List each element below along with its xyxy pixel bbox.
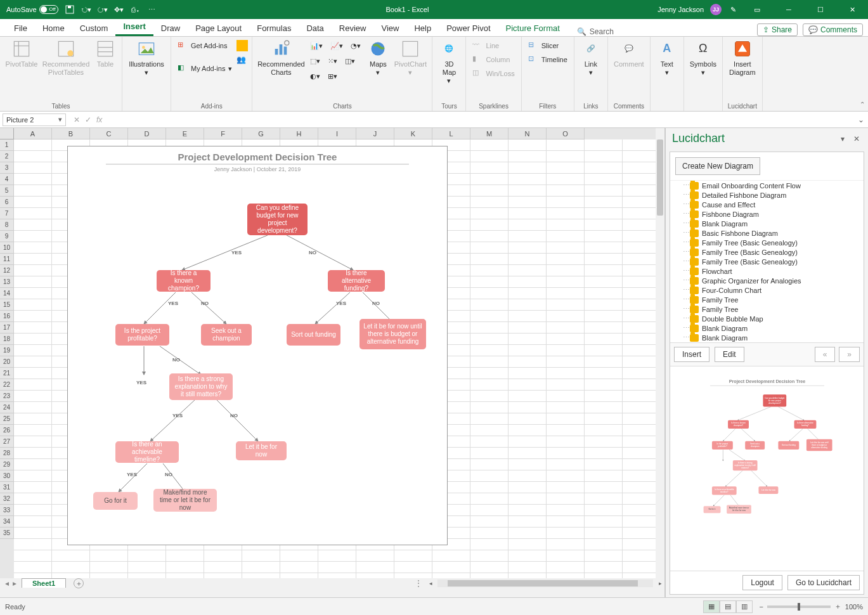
maps-icon	[369, 40, 387, 58]
group-tours-label: Tours	[441, 101, 457, 111]
tab-data[interactable]: Data	[299, 20, 331, 36]
stat-chart-icon[interactable]: ◐▾	[308, 69, 323, 83]
pivotchart-button[interactable]: PivotChart▾	[392, 39, 428, 78]
search[interactable]: 🔍 Search	[577, 27, 614, 36]
comment-button[interactable]: 💬Comment	[612, 39, 646, 70]
recpivot-icon	[57, 40, 75, 58]
people-icon[interactable]: 👥	[236, 55, 248, 67]
get-addins-button[interactable]: ⊞Get Add-ins	[175, 39, 235, 53]
tab-draw[interactable]: Draw	[153, 20, 188, 36]
formula-input[interactable]	[107, 113, 854, 126]
cancel-icon[interactable]: ✕	[74, 115, 80, 124]
tab-power-pivot[interactable]: Power Pivot	[439, 20, 498, 36]
tab-page-layout[interactable]: Page Layout	[188, 20, 249, 36]
sparkcol-icon: ▮	[472, 55, 483, 65]
comments-button[interactable]: 💬 Comments	[803, 23, 863, 36]
combo-chart-icon[interactable]: ◫▾	[342, 54, 358, 68]
pivot-icon	[13, 40, 30, 58]
undo-icon[interactable]: ▾	[81, 4, 91, 15]
tab-help[interactable]: Help	[406, 20, 439, 36]
svg-rect-2	[14, 41, 29, 56]
spark-wl-button[interactable]: ◫Win/Loss	[470, 67, 517, 81]
timeline-icon: ⊡	[528, 55, 538, 65]
svg-rect-13	[280, 44, 283, 55]
ribbon-mode-icon[interactable]: ▭	[744, 0, 770, 19]
tab-file[interactable]: File	[6, 20, 35, 36]
surf-chart-icon[interactable]: ⊞▾	[325, 69, 340, 83]
3dmap-button[interactable]: 🌐3D Map▾	[436, 39, 462, 87]
qat-more-icon[interactable]: ⋯	[147, 4, 157, 15]
hier-chart-icon[interactable]: ⬚▾	[308, 54, 323, 68]
svg-rect-12	[275, 49, 278, 55]
sparkwl-icon: ◫	[472, 68, 483, 79]
maximize-icon[interactable]: ☐	[808, 0, 833, 19]
autosave-toggle[interactable]: AutoSave Off	[6, 5, 58, 14]
minimize-icon[interactable]: ─	[776, 0, 801, 19]
group-charts-label: Charts	[333, 101, 351, 111]
rec-charts-button[interactable]: Recommended Charts	[256, 39, 306, 78]
share-button[interactable]: ⇪ Share	[757, 23, 798, 36]
tab-home[interactable]: Home	[35, 20, 72, 36]
timeline-button[interactable]: ⊡Timeline	[526, 53, 570, 67]
qat-icon[interactable]: ⎙▾	[131, 4, 141, 15]
tab-picture-format[interactable]: Picture Format	[498, 20, 567, 36]
titlebar: AutoSave Off ▾ ▾ ✥▾ ⎙▾ ⋯ Book1 - Excel J…	[0, 0, 868, 19]
insert-diagram-button[interactable]: Insert Diagram	[727, 39, 758, 78]
spark-line-button[interactable]: 〰Line	[470, 39, 517, 53]
ribbon-tabs: FileHomeCustomInsertDrawPage LayoutFormu…	[0, 19, 868, 37]
svg-point-15	[285, 41, 289, 45]
illustrations-button[interactable]: Illustrations▾	[126, 39, 167, 78]
tab-custom[interactable]: Custom	[72, 20, 116, 36]
addins-icon: ◧	[178, 63, 188, 74]
tab-review[interactable]: Review	[332, 20, 374, 36]
username[interactable]: Jenny Jackson	[657, 6, 704, 13]
save-icon[interactable]	[65, 4, 75, 15]
formula-bar: Picture 2▾ ✕ ✓ fx ⌄	[0, 112, 868, 128]
group-links-label: Links	[583, 101, 598, 111]
expand-formula-icon[interactable]: ⌄	[854, 115, 868, 124]
link-button[interactable]: 🔗Link▾	[578, 39, 604, 78]
pie-chart-icon[interactable]: ◔▾	[348, 39, 363, 53]
pivotchart-icon	[401, 40, 419, 58]
rec-pivot-button[interactable]: Recommended PivotTables	[41, 39, 91, 78]
bing-icon[interactable]	[236, 40, 248, 51]
tab-insert[interactable]: Insert	[115, 18, 153, 36]
tab-formulas[interactable]: Formulas	[249, 20, 299, 36]
fx-icon[interactable]: fx	[96, 115, 102, 124]
collapse-ribbon-icon[interactable]: ⌃	[860, 101, 865, 108]
scatter-chart-icon[interactable]: ⁙▾	[325, 54, 340, 68]
my-addins-button[interactable]: ◧My Add-ins ▾	[175, 62, 235, 75]
link-icon: 🔗	[582, 40, 600, 58]
spark-col-button[interactable]: ▮Column	[470, 53, 517, 67]
maps-button[interactable]: Maps▾	[365, 39, 391, 78]
pen-icon[interactable]: ✎	[728, 4, 738, 15]
close-icon[interactable]: ✕	[839, 0, 865, 19]
text-icon: A	[658, 40, 676, 58]
pivottable-button[interactable]: PivotTable	[4, 39, 39, 70]
svg-point-6	[67, 50, 73, 56]
group-tables-label: Tables	[52, 101, 70, 111]
touch-icon[interactable]: ✥▾	[114, 4, 124, 15]
store-icon: ⊞	[178, 41, 188, 51]
table-icon	[96, 40, 114, 58]
svg-rect-14	[284, 47, 287, 55]
autosave-label: AutoSave	[6, 6, 37, 13]
table-button[interactable]: Table	[93, 39, 118, 70]
lucid-icon	[734, 40, 751, 58]
line-chart-icon[interactable]: 📈▾	[328, 39, 346, 53]
name-box[interactable]: Picture 2▾	[3, 113, 66, 126]
enter-icon[interactable]: ✓	[85, 115, 91, 124]
avatar[interactable]: JJ	[710, 4, 722, 15]
text-button[interactable]: AText▾	[654, 39, 680, 78]
3dmap-icon: 🌐	[440, 40, 458, 58]
svg-point-11	[142, 46, 145, 49]
svg-rect-1	[68, 6, 71, 8]
group-comments-label: Comments	[614, 101, 644, 111]
share-icon: ⇪	[763, 25, 769, 34]
redo-icon[interactable]: ▾	[98, 4, 108, 15]
bar-chart-icon[interactable]: 📊▾	[308, 39, 325, 53]
slicer-button[interactable]: ⊟Slicer	[526, 39, 570, 53]
omega-icon: Ω	[694, 40, 712, 58]
tab-view[interactable]: View	[373, 20, 406, 36]
symbols-button[interactable]: ΩSymbols▾	[688, 39, 718, 78]
